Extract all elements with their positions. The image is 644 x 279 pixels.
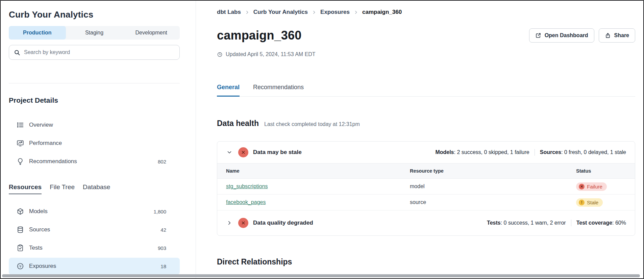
tab-file-tree[interactable]: File Tree xyxy=(50,183,75,194)
status-badge-failure: ✕ Failure xyxy=(576,182,607,191)
sidebar-item-models[interactable]: Models 1,800 xyxy=(9,203,180,220)
chevron-right-icon xyxy=(354,10,358,15)
status-badge-stale: ! Stale xyxy=(576,198,603,207)
sidebar-item-count: 903 xyxy=(158,245,166,251)
share-label: Share xyxy=(614,32,629,39)
sidebar-divider xyxy=(9,83,180,83)
table-row: stg_subscriptions model ✕ Failure xyxy=(217,179,635,195)
table-row: facebook_pages source ! Stale xyxy=(217,195,635,210)
resources-nav: Models 1,800 Sources 42 Tests xyxy=(9,203,180,275)
env-tab-development[interactable]: Development xyxy=(123,26,180,40)
tab-resources[interactable]: Resources xyxy=(9,183,42,194)
chevron-down-icon[interactable] xyxy=(226,149,233,156)
sidebar-item-tests[interactable]: Tests 903 xyxy=(9,239,180,256)
external-link-icon xyxy=(535,32,541,39)
sidebar-item-recommendations[interactable]: Recommendations 802 xyxy=(9,153,180,170)
page-title: campaign_360 xyxy=(217,28,302,43)
tests-stats: Tests: 0 success, 1 warn, 2 error xyxy=(487,220,566,226)
sidebar-item-count: 18 xyxy=(160,263,166,269)
gauge-icon xyxy=(17,262,24,270)
models-stats: Models: 2 success, 0 skipped, 1 failure xyxy=(435,149,529,155)
x-circle-icon: ✕ xyxy=(579,184,585,189)
column-header-name: Name xyxy=(226,168,410,174)
quality-section-stats: Tests: 0 success, 1 warn, 2 error Test c… xyxy=(487,220,626,226)
chevron-right-icon xyxy=(245,10,249,15)
sources-stats: Sources: 0 fresh, 0 delayed, 1 stale xyxy=(540,149,626,155)
data-health-card: Data may be stale Models: 2 success, 0 s… xyxy=(217,141,635,236)
tab-database[interactable]: Database xyxy=(83,183,110,194)
data-health-heading: Data health Last check completed today a… xyxy=(217,119,635,128)
stale-section-stats: Models: 2 success, 0 skipped, 1 failure … xyxy=(435,149,626,156)
clock-icon xyxy=(217,52,223,57)
share-icon xyxy=(605,32,611,39)
breadcrumb-project[interactable]: Curb Your Analytics xyxy=(253,9,308,16)
sidebar-item-count: 802 xyxy=(158,159,166,164)
direct-relationships-heading: Direct Relationships xyxy=(217,257,635,267)
sidebar-item-label: Models xyxy=(29,208,48,215)
environment-tabs: Production Staging Development xyxy=(9,26,180,40)
title-row: campaign_360 Open Dashboard xyxy=(217,28,635,43)
sidebar: Curb Your Analytics Production Staging D… xyxy=(1,1,196,278)
cube-icon xyxy=(17,208,24,215)
stale-section-row[interactable]: Data may be stale Models: 2 success, 0 s… xyxy=(217,142,635,163)
error-x-circle-icon xyxy=(238,218,248,228)
chevron-right-icon[interactable] xyxy=(226,220,233,226)
tab-recommendations[interactable]: Recommendations xyxy=(253,84,304,97)
env-tab-staging[interactable]: Staging xyxy=(66,26,123,40)
breadcrumb: dbt Labs Curb Your Analytics Exposures c… xyxy=(217,9,635,16)
app-window: Curb Your Analytics Production Staging D… xyxy=(0,0,644,279)
env-tab-production[interactable]: Production xyxy=(9,26,66,40)
resource-type: source xyxy=(410,199,576,205)
header-actions: Open Dashboard Share xyxy=(529,28,635,43)
performance-chart-icon xyxy=(17,140,24,147)
resource-link-facebook-pages[interactable]: facebook_pages xyxy=(226,199,266,205)
open-dashboard-button[interactable]: Open Dashboard xyxy=(529,28,594,43)
search-icon xyxy=(14,49,20,56)
data-health-title: Data health xyxy=(217,119,259,128)
sidebar-view-tabs: Resources File Tree Database xyxy=(9,183,180,194)
resource-type: model xyxy=(410,183,576,189)
search-input[interactable] xyxy=(24,49,175,55)
divider xyxy=(535,149,535,156)
sidebar-item-exposures[interactable]: Exposures 18 xyxy=(9,258,180,275)
detail-tabs: General Recommendations xyxy=(217,84,635,97)
resource-link-stg-subscriptions[interactable]: stg_subscriptions xyxy=(226,183,268,189)
table-header: Name Resource type Status xyxy=(217,163,635,179)
share-button[interactable]: Share xyxy=(599,28,635,43)
column-header-status: Status xyxy=(576,168,626,174)
coverage-stats: Test coverage: 60% xyxy=(576,220,626,226)
updated-timestamp: Updated April 5, 2024, 11:53 AM EDT xyxy=(217,51,635,57)
exclamation-circle-icon: ! xyxy=(579,200,585,205)
open-dashboard-label: Open Dashboard xyxy=(545,32,588,39)
sidebar-item-overview[interactable]: Overview xyxy=(9,117,180,133)
horizontal-scrollbar[interactable] xyxy=(2,274,640,277)
sidebar-item-label: Performance xyxy=(29,140,62,147)
sidebar-project-title: Curb Your Analytics xyxy=(9,9,180,20)
sidebar-item-performance[interactable]: Performance xyxy=(9,135,180,152)
search-box[interactable] xyxy=(9,45,180,60)
project-details-nav: Overview Performance Recommendations 802 xyxy=(9,117,180,170)
chevron-right-icon xyxy=(312,10,316,15)
breadcrumb-exposures[interactable]: Exposures xyxy=(320,9,350,16)
divider xyxy=(571,220,571,226)
sidebar-item-sources[interactable]: Sources 42 xyxy=(9,221,180,238)
stale-section-title: Data may be stale xyxy=(253,149,302,156)
list-icon xyxy=(17,121,24,129)
sidebar-item-label: Overview xyxy=(29,122,53,128)
project-details-heading: Project Details xyxy=(9,96,180,104)
lightbulb-icon xyxy=(17,158,24,165)
breadcrumb-account[interactable]: dbt Labs xyxy=(217,9,241,16)
column-header-resource-type: Resource type xyxy=(410,168,576,174)
tab-general[interactable]: General xyxy=(217,84,240,97)
sidebar-item-label: Exposures xyxy=(29,263,56,270)
sidebar-item-label: Recommendations xyxy=(29,158,77,165)
error-x-circle-icon xyxy=(238,147,248,157)
data-health-subtitle: Last check completed today at 12:31pm xyxy=(264,121,360,127)
clipboard-check-icon xyxy=(17,244,24,252)
sidebar-item-count: 42 xyxy=(160,227,166,233)
sidebar-item-label: Tests xyxy=(29,245,43,251)
sidebar-item-label: Sources xyxy=(29,226,50,233)
breadcrumb-current: campaign_360 xyxy=(362,9,402,16)
sidebar-item-count: 1,800 xyxy=(153,209,166,214)
quality-section-row[interactable]: Data quality degraded Tests: 0 success, … xyxy=(217,210,635,235)
